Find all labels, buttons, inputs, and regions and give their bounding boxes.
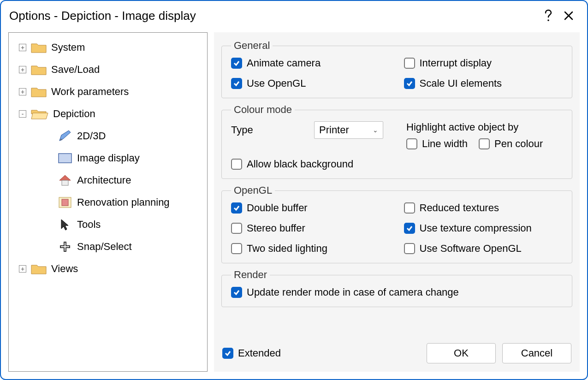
renovation-icon [58,196,72,209]
select-value: Printer [319,124,349,136]
checkbox-label: Allow black background [247,158,353,170]
checkbox-double-buffer[interactable]: Double buffer [231,202,390,214]
checkbox-extended[interactable]: Extended [222,347,281,359]
checkbox-label: Pen colour [494,138,543,150]
checkbox-line-width[interactable]: Line width [406,138,468,150]
checkbox-label: Line width [422,138,468,150]
tree-item-snap-select[interactable]: Snap/Select [9,236,207,258]
settings-panel: General Animate camera Interrupt display… [214,32,580,372]
tree-label: Work parameters [51,86,129,98]
titlebar: Options - Depiction - Image display [1,1,587,30]
group-render: Render Update render mode in case of cam… [221,269,572,307]
tree-label: Views [51,263,78,275]
tree-label: Image display [77,152,140,164]
expand-icon[interactable]: + [19,88,26,95]
question-icon [544,9,553,22]
checkbox-scale-ui[interactable]: Scale UI elements [404,77,563,89]
tree-item-views[interactable]: + Views [9,258,207,280]
checkbox-label: Extended [238,347,281,359]
help-button[interactable] [538,6,558,26]
checkbox-allow-black-bg[interactable]: Allow black background [231,158,563,170]
group-legend: Colour mode [231,104,295,116]
pencil-icon [58,130,72,142]
type-select[interactable]: Printer ⌄ [314,121,383,139]
tree-item-system[interactable]: + System [9,36,207,59]
group-legend: OpenGL [231,184,275,196]
tree-item-2d3d[interactable]: 2D/3D [9,125,207,147]
tree-label: 2D/3D [77,130,106,142]
house-icon [58,174,72,187]
folder-icon [31,64,47,76]
expand-icon[interactable]: + [19,66,26,73]
svg-rect-1 [59,154,71,163]
svg-rect-4 [62,199,68,206]
tree-item-architecture[interactable]: Architecture [9,169,207,191]
checkbox-label: Use texture compression [420,222,532,234]
tree-label: Snap/Select [77,241,132,253]
close-button[interactable] [558,6,579,26]
ok-button[interactable]: OK [427,343,496,363]
checkbox-animate-camera[interactable]: Animate camera [231,57,390,69]
checkbox-label: Stereo buffer [247,222,305,234]
tree-item-renovation[interactable]: Renovation planning [9,191,207,214]
checkbox-two-sided[interactable]: Two sided lighting [231,243,390,255]
checkbox-label: Reduced textures [420,202,499,214]
checkbox-reduced-textures[interactable]: Reduced textures [404,202,563,214]
svg-point-0 [547,19,549,21]
tree-item-image-display[interactable]: Image display [9,147,207,169]
close-icon [564,11,574,21]
svg-rect-2 [62,180,68,185]
group-colour-mode: Colour mode Type Printer ⌄ Highlight act… [221,104,572,179]
tree-item-work-parameters[interactable]: + Work parameters [9,81,207,103]
tree-label: Depiction [53,108,95,120]
group-opengl: OpenGL Double buffer Reduced textures St… [221,184,572,263]
checkbox-label: Use OpenGL [247,77,306,89]
cancel-button[interactable]: Cancel [502,343,571,363]
cursor-icon [58,218,72,231]
tree-label: Tools [77,219,101,231]
expand-icon[interactable]: + [19,265,26,273]
checkbox-label: Animate camera [247,57,321,69]
checkbox-interrupt-display[interactable]: Interrupt display [404,57,563,69]
tree-item-saveload[interactable]: + Save/Load [9,59,207,81]
checkbox-update-render[interactable]: Update render mode in case of camera cha… [231,286,563,298]
checkbox-stereo-buffer[interactable]: Stereo buffer [231,222,390,234]
plus-icon [58,240,72,253]
tree-label: System [51,42,85,53]
checkbox-label: Interrupt display [420,57,492,69]
group-legend: General [231,40,273,52]
tree-item-tools[interactable]: Tools [9,214,207,236]
dialog-footer: Extended OK Cancel [221,341,572,364]
category-tree[interactable]: + System + Save/Load [8,32,208,372]
checkbox-label: Two sided lighting [247,243,327,255]
checkbox-software-opengl[interactable]: Use Software OpenGL [404,243,563,255]
group-general: General Animate camera Interrupt display… [221,40,572,98]
folder-icon [31,86,47,98]
dialog-title: Options - Depiction - Image display [9,9,538,23]
checkbox-pen-colour[interactable]: Pen colour [479,138,543,150]
expand-icon[interactable]: + [19,44,26,51]
folder-open-icon [31,108,48,120]
tree-label: Save/Load [51,64,100,76]
tree-item-depiction[interactable]: - Depiction [9,103,207,125]
checkbox-use-opengl[interactable]: Use OpenGL [231,77,390,89]
chevron-down-icon: ⌄ [373,126,378,134]
checkbox-label: Scale UI elements [420,77,502,89]
checkbox-texture-compression[interactable]: Use texture compression [404,222,563,234]
expand-icon[interactable]: - [19,110,26,118]
checkbox-label: Double buffer [247,202,308,214]
checkbox-label: Update render mode in case of camera cha… [247,286,459,298]
group-legend: Render [231,269,270,281]
tree-label: Architecture [77,174,131,186]
options-dialog: Options - Depiction - Image display + [0,0,588,380]
rect-icon [58,152,72,165]
folder-icon [31,42,47,53]
type-label: Type [231,121,305,136]
checkbox-label: Use Software OpenGL [420,243,522,255]
highlight-label: Highlight active object by [406,121,563,133]
folder-icon [31,263,47,275]
tree-label: Renovation planning [77,196,170,208]
